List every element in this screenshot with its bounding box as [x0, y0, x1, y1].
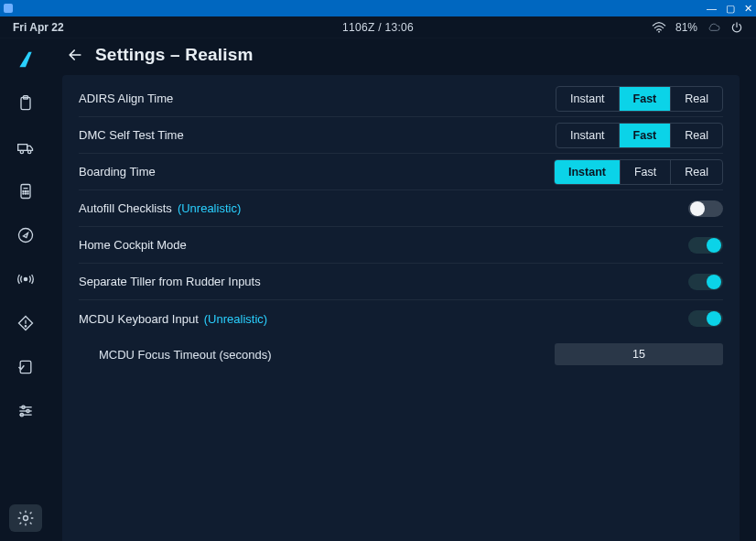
segment-option-instant[interactable]: Instant	[556, 87, 619, 111]
toggle-autofill[interactable]	[688, 200, 723, 217]
svg-point-13	[27, 193, 28, 194]
cloud-icon	[707, 22, 721, 33]
mcdu-timeout-value[interactable]: 15	[555, 343, 723, 365]
svg-point-9	[25, 190, 26, 191]
segment-option-fast[interactable]: Fast	[619, 87, 671, 111]
segment-adirs: Instant Fast Real	[556, 86, 723, 112]
svg-point-8	[23, 190, 24, 191]
segment-option-fast[interactable]: Fast	[619, 124, 671, 147]
sidebar-logo[interactable]	[9, 46, 42, 73]
sidebar-item-truck[interactable]	[9, 134, 42, 161]
window-minimize-button[interactable]: —	[707, 4, 717, 14]
unrealistic-tag: (Unrealistic)	[178, 201, 241, 215]
svg-point-10	[27, 190, 28, 191]
svg-point-4	[20, 150, 23, 153]
sidebar	[0, 38, 51, 541]
status-battery: 81%	[675, 21, 697, 34]
settings-panel: ADIRS Align Time Instant Fast Real DMC S…	[62, 75, 740, 541]
svg-point-25	[24, 516, 28, 521]
row-autofill-checklists: Autofill Checklists (Unrealistic)	[79, 190, 723, 227]
svg-point-0	[658, 30, 660, 32]
segment-option-instant[interactable]: Instant	[555, 160, 620, 184]
row-label: MCDU Keyboard Input	[79, 312, 199, 326]
back-button[interactable]	[64, 44, 86, 66]
row-mcdu-timeout: MCDU Focus Timeout (seconds) 15	[79, 339, 723, 370]
app-icon	[4, 4, 13, 13]
svg-point-12	[25, 193, 26, 194]
status-date: Fri Apr 22	[13, 21, 64, 34]
segment-dmc: Instant Fast Real	[556, 123, 723, 148]
sidebar-item-compass[interactable]	[9, 222, 42, 249]
status-clock: 1106Z / 13:06	[342, 21, 414, 34]
row-label: Separate Tiller from Rudder Inputs	[79, 275, 261, 288]
svg-point-17	[25, 326, 26, 327]
svg-point-11	[23, 193, 24, 194]
status-bar: Fri Apr 22 1106Z / 13:06 81%	[0, 16, 756, 38]
row-label: MCDU Focus Timeout (seconds)	[99, 348, 272, 362]
sidebar-item-settings[interactable]	[9, 504, 42, 532]
sidebar-item-clipboard[interactable]	[9, 90, 42, 117]
wifi-icon	[652, 22, 666, 33]
row-label: Boarding Time	[79, 165, 156, 179]
row-boarding-time: Boarding Time Instant Fast Real	[79, 154, 723, 190]
svg-point-5	[28, 150, 31, 153]
row-label: Autofill Checklists	[79, 201, 172, 215]
toggle-mcdu-keyboard[interactable]	[688, 310, 723, 327]
row-label: ADIRS Align Time	[79, 92, 173, 105]
sidebar-item-warning[interactable]	[9, 309, 42, 337]
segment-option-instant[interactable]: Instant	[556, 124, 619, 147]
row-home-cockpit: Home Cockpit Mode	[79, 227, 723, 264]
row-separate-tiller: Separate Tiller from Rudder Inputs	[79, 264, 723, 300]
segment-option-real[interactable]: Real	[670, 87, 722, 111]
sidebar-item-calculator[interactable]	[9, 178, 42, 205]
window-close-button[interactable]: ✕	[744, 4, 752, 14]
sidebar-item-radio[interactable]	[9, 265, 42, 293]
svg-rect-3	[18, 145, 27, 151]
segment-option-real[interactable]: Real	[670, 160, 722, 184]
segment-boarding: Instant Fast Real	[554, 159, 723, 185]
segment-option-real[interactable]: Real	[670, 124, 722, 147]
unrealistic-tag: (Unrealistic)	[204, 312, 267, 326]
segment-option-fast[interactable]: Fast	[620, 160, 670, 184]
power-icon[interactable]	[730, 21, 743, 34]
row-label: DMC Self Test Time	[79, 128, 184, 142]
row-mcdu-keyboard: MCDU Keyboard Input (Unrealistic)	[79, 300, 723, 337]
window-maximize-button[interactable]: ▢	[726, 4, 735, 14]
page-title: Settings – Realism	[95, 45, 254, 65]
row-label: Home Cockpit Mode	[79, 238, 187, 252]
svg-point-14	[19, 229, 33, 243]
toggle-separate-tiller[interactable]	[688, 274, 723, 290]
os-titlebar: — ▢ ✕	[0, 0, 756, 16]
sidebar-item-checklist[interactable]	[9, 353, 42, 381]
sidebar-item-sliders[interactable]	[9, 397, 42, 425]
toggle-home-cockpit[interactable]	[688, 237, 723, 254]
row-dmc-self-test: DMC Self Test Time Instant Fast Real	[79, 117, 723, 154]
row-adirs-align-time: ADIRS Align Time Instant Fast Real	[79, 81, 723, 117]
svg-point-15	[24, 277, 27, 280]
svg-rect-18	[20, 361, 31, 373]
